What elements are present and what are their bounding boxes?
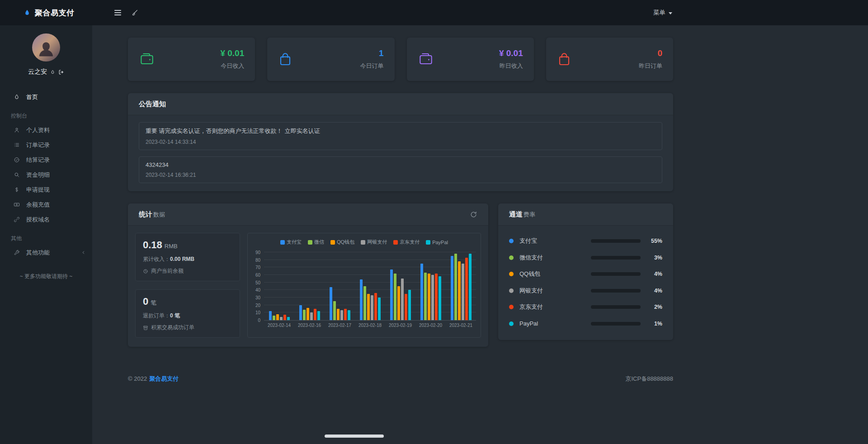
channel-pct: 1% <box>641 321 662 327</box>
footer: © 2022聚合易支付 京ICP备88888888 <box>128 375 673 383</box>
sidebar-item-label: 首页 <box>26 93 38 101</box>
sidebar-item-other-functions[interactable]: 其他功能 <box>0 245 92 260</box>
channel-pct: 3% <box>641 255 662 261</box>
refresh-icon[interactable] <box>470 211 477 218</box>
app-title: 聚合易支付 <box>35 8 75 18</box>
bar <box>310 312 313 320</box>
sidebar-item-label: 申请提现 <box>26 186 50 194</box>
username: 云之安 <box>28 68 47 76</box>
sidebar-item-label: 个人资料 <box>26 126 50 134</box>
chart-plot <box>264 253 476 321</box>
legend-item[interactable]: PayPal <box>426 239 448 246</box>
x-tick-label: 2023-02-17 <box>325 323 355 328</box>
channel-pct: 4% <box>641 271 662 277</box>
stat-value: ¥ 0.01 <box>499 48 523 58</box>
legend-item[interactable]: 网银支付 <box>361 239 387 246</box>
x-tick-label: 2023-02-16 <box>294 323 325 328</box>
channel-pct: 2% <box>641 304 662 310</box>
avatar[interactable] <box>32 33 60 61</box>
sidebar-item-recharge[interactable]: 余额充值 <box>0 197 92 212</box>
wallet-icon <box>139 52 155 66</box>
sidebar-item-label: 其他功能 <box>26 249 50 257</box>
channel-label: PayPal <box>519 320 591 327</box>
stat-label: 今日订单 <box>360 62 384 70</box>
sidebar-item-settlement[interactable]: 结算记录 <box>0 152 92 167</box>
bar <box>408 290 411 320</box>
clock-icon <box>143 269 148 274</box>
bar <box>276 314 279 320</box>
sidebar-item-withdraw[interactable]: 申请提现 <box>0 182 92 197</box>
horizontal-scrollbar-thumb[interactable] <box>325 435 384 438</box>
channel-row: QQ钱包 4% <box>509 266 662 283</box>
x-tick-label: 2023-02-20 <box>415 323 446 328</box>
announcement-time: 2023-02-14 16:36:21 <box>146 172 656 178</box>
channel-progress <box>591 322 641 326</box>
bar-group <box>446 254 476 320</box>
channel-rates-card: 通道费率 支付宝 55% 微信支付 3% <box>498 203 673 340</box>
bar <box>435 274 438 320</box>
chart-legend: 支付宝微信QQ钱包网银支付京东支付PayPal <box>252 239 476 246</box>
channel-row: 京东支付 2% <box>509 299 662 316</box>
bar-group <box>325 287 355 320</box>
bar <box>303 310 306 320</box>
sidebar-item-profile[interactable]: 个人资料 <box>0 123 92 137</box>
sidebar-item-domains[interactable]: 授权域名 <box>0 212 92 227</box>
stat-value: ¥ 0.01 <box>220 48 244 58</box>
bar <box>337 309 340 320</box>
channel-progress <box>591 305 641 309</box>
legend-item[interactable]: QQ钱包 <box>330 239 354 246</box>
channel-progress <box>591 272 641 276</box>
droplet-icon <box>50 69 55 75</box>
channel-dot <box>509 255 514 260</box>
chevron-down-icon <box>669 12 672 14</box>
bar <box>394 274 396 320</box>
sidebar-toggle-icon[interactable] <box>114 10 121 15</box>
legend-item[interactable]: 支付宝 <box>280 239 302 246</box>
sidebar: 云之安 首页 控制台 个人资料 订单记录 <box>0 25 92 444</box>
channel-dot <box>509 272 514 276</box>
total-income-line: 累计收入：0.00 RMB <box>143 255 232 263</box>
stat-card-yesterday-orders: 0 昨日订单 <box>546 38 673 81</box>
x-tick-label: 2023-02-18 <box>355 323 385 328</box>
wrench-icon <box>14 249 21 256</box>
channel-row: 微信支付 3% <box>509 250 662 266</box>
sidebar-nav: 首页 控制台 个人资料 订单记录 结算记录 资金明细 <box>0 90 92 280</box>
bar-group <box>294 305 325 320</box>
bar <box>465 258 468 320</box>
bar <box>458 261 461 320</box>
logout-icon[interactable] <box>58 69 64 75</box>
sidebar-item-label: 授权域名 <box>26 216 50 224</box>
sidebar-item-orders[interactable]: 订单记录 <box>0 137 92 152</box>
stat-label: 昨日订单 <box>639 62 662 70</box>
balance-unit: RMB <box>165 243 178 250</box>
legend-item[interactable]: 京东支付 <box>393 239 420 246</box>
channel-label: 微信支付 <box>519 254 591 262</box>
chart-yaxis: 0102030405060708090 <box>252 253 264 321</box>
bar <box>360 279 363 320</box>
sidebar-item-home[interactable]: 首页 <box>0 90 92 104</box>
stat-label: 昨日收入 <box>499 62 523 70</box>
channel-pct: 55% <box>641 238 662 244</box>
menu-dropdown[interactable]: 菜单 <box>653 9 672 17</box>
sidebar-item-label: 资金明细 <box>26 171 50 179</box>
bar <box>454 254 457 320</box>
banknote-icon <box>14 201 21 208</box>
channel-progress <box>591 256 641 260</box>
channel-row: PayPal 1% <box>509 316 662 332</box>
footer-brand-link[interactable]: 聚合易支付 <box>149 375 179 382</box>
bar-group <box>385 269 415 320</box>
list-icon <box>14 142 21 148</box>
brush-icon[interactable] <box>131 9 138 16</box>
verify-now-link[interactable]: 立即实名认证 <box>285 128 320 134</box>
legend-item[interactable]: 微信 <box>308 239 324 246</box>
sidebar-item-label: 订单记录 <box>26 141 50 149</box>
bar <box>348 310 350 320</box>
bar <box>317 311 320 320</box>
dollar-icon <box>14 186 21 193</box>
sidebar-item-funds[interactable]: 资金明细 <box>0 167 92 182</box>
app-logo[interactable]: 聚合易支付 <box>0 8 75 18</box>
bar <box>307 308 309 320</box>
bar <box>405 294 407 320</box>
stat-cards-row: ¥ 0.01 今日收入 1 今日订单 ¥ 0.01 昨日 <box>128 38 673 81</box>
balance-caption: 商户当前余额 <box>151 267 184 275</box>
